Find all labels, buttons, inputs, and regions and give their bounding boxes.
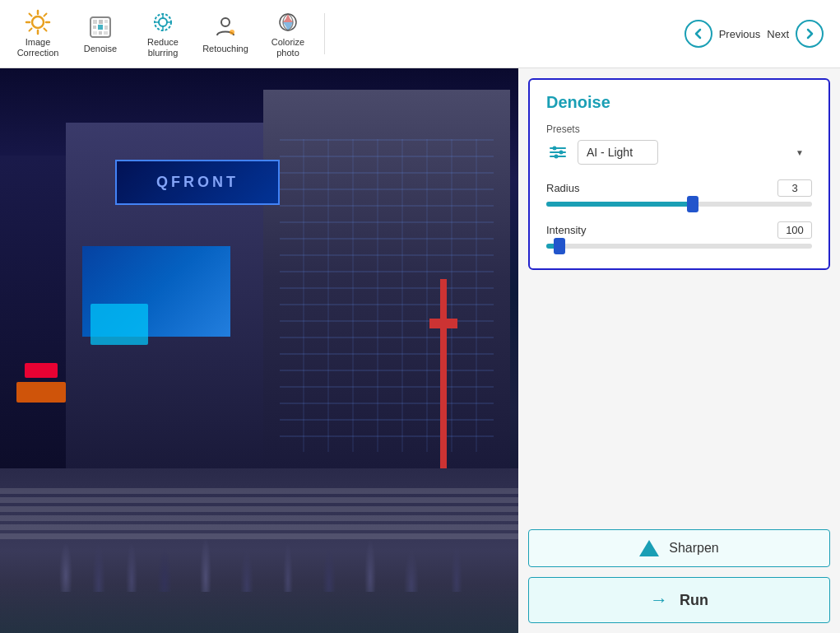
presets-row: AI - Light AI - Medium AI - Heavy Manual <box>546 140 812 165</box>
retouching-icon <box>211 12 240 42</box>
svg-rect-15 <box>104 26 108 30</box>
run-button[interactable]: → Run <box>528 577 830 623</box>
svg-point-31 <box>559 151 564 155</box>
previous-button[interactable] <box>685 20 712 48</box>
svg-rect-13 <box>93 26 96 29</box>
svg-point-0 <box>32 16 44 28</box>
sharpen-label: Sharpen <box>669 541 719 556</box>
tool-image-correction[interactable]: Image Correction <box>8 6 67 62</box>
run-label: Run <box>680 592 708 609</box>
toolbar-separator <box>324 13 325 54</box>
denoise-icon <box>86 12 115 42</box>
run-arrow-icon: → <box>650 589 668 611</box>
tool-denoise[interactable]: Denoise <box>71 6 130 62</box>
svg-rect-14 <box>98 25 103 30</box>
tool-reduce-blurring[interactable]: Reduce blurring <box>133 6 193 62</box>
svg-line-7 <box>30 28 32 30</box>
previous-label: Previous <box>719 28 761 40</box>
city-scene: QFRONT <box>0 68 518 633</box>
image-correction-icon <box>23 9 53 35</box>
presets-label: Presets <box>546 123 812 135</box>
intensity-value: 100 <box>777 221 812 239</box>
svg-rect-11 <box>99 20 103 24</box>
svg-rect-10 <box>93 20 97 24</box>
svg-line-5 <box>30 13 32 16</box>
colorize-photo-icon <box>273 9 303 35</box>
intensity-row: Intensity 100 <box>546 221 812 239</box>
radius-row: Radius 3 <box>546 179 812 197</box>
image-correction-label: Image Correction <box>17 37 59 58</box>
radius-slider-fill <box>546 202 693 207</box>
presets-select-wrapper: AI - Light AI - Medium AI - Heavy Manual <box>578 140 812 165</box>
svg-rect-12 <box>104 20 108 23</box>
reduce-blurring-icon <box>148 9 178 35</box>
svg-rect-16 <box>93 31 97 35</box>
sharpen-icon <box>639 540 659 556</box>
denoise-label: Denoise <box>84 44 117 54</box>
svg-point-25 <box>221 18 230 26</box>
denoise-panel: Denoise Presets AI - Light <box>528 78 830 270</box>
side-panel: Denoise Presets AI - Light <box>518 68 840 633</box>
intensity-slider-thumb[interactable] <box>554 238 565 254</box>
denoise-title: Denoise <box>546 93 812 112</box>
retouching-label: Retouching <box>202 44 248 54</box>
main-area: QFRONT Denoise P <box>0 68 840 633</box>
svg-point-20 <box>159 18 167 26</box>
next-button[interactable] <box>796 20 824 48</box>
toolbar: Image Correction Denoise <box>0 0 840 68</box>
presets-icon <box>546 141 569 164</box>
svg-line-6 <box>44 28 47 30</box>
next-label: Next <box>767 28 789 40</box>
radius-slider-thumb[interactable] <box>687 196 698 212</box>
presets-select[interactable]: AI - Light AI - Medium AI - Heavy Manual <box>578 140 658 165</box>
svg-line-8 <box>44 13 47 16</box>
svg-rect-18 <box>104 31 108 35</box>
panel-spacer <box>528 280 830 519</box>
image-area: QFRONT <box>0 68 518 633</box>
svg-rect-17 <box>99 31 102 35</box>
tool-retouching[interactable]: Retouching <box>196 6 255 62</box>
sharpen-button[interactable]: Sharpen <box>528 529 830 567</box>
tool-colorize-photo[interactable]: Colorize photo <box>258 6 318 62</box>
svg-point-33 <box>555 155 559 159</box>
svg-point-29 <box>553 147 557 151</box>
svg-point-26 <box>230 30 234 35</box>
intensity-label: Intensity <box>546 224 586 236</box>
radius-slider-track[interactable] <box>546 202 812 207</box>
radius-label: Radius <box>546 182 579 194</box>
reduce-blurring-label: Reduce blurring <box>147 37 179 58</box>
intensity-slider-track[interactable] <box>546 244 812 249</box>
colorize-photo-label: Colorize photo <box>271 37 304 58</box>
nav-group: Previous Next <box>685 20 824 48</box>
radius-value: 3 <box>777 179 812 197</box>
